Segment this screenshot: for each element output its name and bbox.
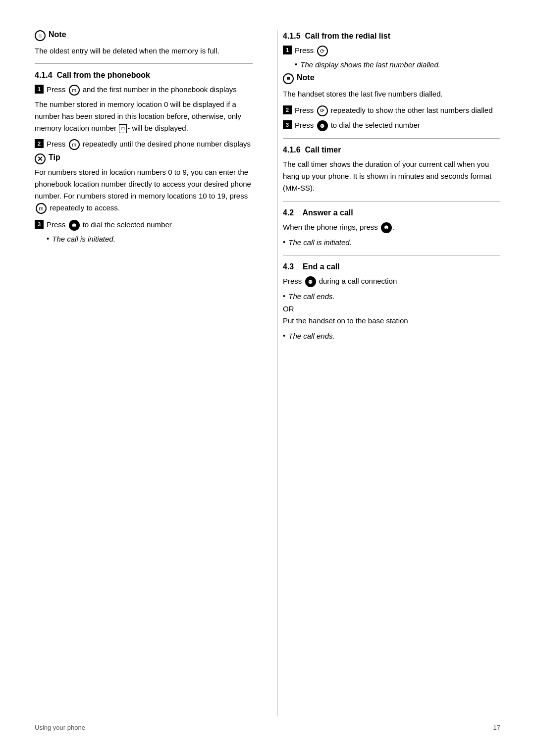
- bullet-414-1-text: The call is initiated.: [52, 234, 115, 245]
- step-414-2-text: Press m repeatedly until the desired pho…: [47, 138, 251, 150]
- body-42: When the phone rings, press ☻.: [283, 221, 500, 233]
- step-414-3-text: Press ☻ to dial the selected number: [47, 219, 172, 231]
- bullet-43-1-text: The call ends.: [288, 291, 334, 302]
- bullet-42-1-text: The call is initiated.: [288, 237, 352, 249]
- step-415-1-text: Press ⟳: [295, 45, 329, 56]
- or-text: OR: [283, 304, 500, 313]
- bullet-dot-42: •: [283, 238, 285, 246]
- section-42-num: 4.2: [283, 208, 294, 217]
- section-414-title: Call from the phonebook: [56, 71, 150, 79]
- bullet-43-2: • The call ends.: [283, 331, 500, 342]
- tip-label: Tip: [49, 153, 60, 162]
- step-num-2: 2: [35, 139, 44, 148]
- footer-left: Using your phone: [35, 724, 85, 731]
- divider-416: [283, 138, 500, 139]
- call-icon-1: ☻: [69, 220, 80, 231]
- step-415-num-3: 3: [283, 120, 292, 129]
- step-414-1-text: Press m and the first number in the phon…: [47, 84, 237, 96]
- section-414-num: 4.1.4: [35, 71, 53, 79]
- section-416-num: 4.1.6: [283, 146, 301, 154]
- note-icon-415: ≡: [283, 73, 294, 84]
- section-415-title: Call from the redial list: [305, 32, 390, 40]
- page: ≡ Note The oldest entry will be deleted …: [0, 0, 535, 756]
- body-43-2: Put the handset on to the base station: [283, 315, 500, 327]
- section-414-heading: 4.1.4 Call from the phonebook: [35, 71, 253, 80]
- note-icon: ≡: [35, 30, 46, 41]
- step-415-2: 2 Press ⟳ repeatedly to show the other l…: [283, 104, 500, 116]
- note-label: Note: [49, 30, 66, 40]
- divider-42: [283, 201, 500, 202]
- step-415-2-text: Press ⟳ repeatedly to show the other las…: [295, 104, 493, 116]
- left-column: ≡ Note The oldest entry will be deleted …: [35, 30, 258, 716]
- section-416-heading: 4.1.6 Call timer: [283, 146, 500, 154]
- section-42-title: Answer a call: [302, 208, 353, 217]
- step-num-1: 1: [35, 85, 44, 94]
- step-415-3: 3 Press ☻ to dial the selected number: [283, 119, 500, 131]
- call-icon-42: ☻: [381, 222, 392, 233]
- step-414-2: 2 Press m repeatedly until the desired p…: [35, 138, 253, 150]
- tip-icon: ✕: [35, 153, 46, 164]
- bullet-dot-43-2: •: [283, 331, 285, 340]
- bullet-dot-43-1: •: [283, 292, 285, 300]
- memory-icon: □: [119, 124, 127, 133]
- section-42-heading: 4.2 Answer a call: [283, 208, 500, 217]
- bullet-42-1: • The call is initiated.: [283, 237, 500, 249]
- tip-box: ✕ Tip: [35, 153, 253, 164]
- tip-text: For numbers stored in location numbers 0…: [35, 166, 253, 214]
- note-text: The oldest entry will be deleted when th…: [35, 45, 253, 56]
- section-43-heading: 4.3 End a call: [283, 262, 500, 271]
- redial-icon-2: ⟳: [317, 105, 328, 116]
- menu-icon-1: m: [69, 85, 80, 96]
- note-label-415: Note: [297, 73, 315, 83]
- section-43-title: End a call: [303, 262, 340, 271]
- footer-right: 17: [493, 724, 500, 731]
- section-415-heading: 4.1.5 Call from the redial list: [283, 32, 500, 41]
- menu-icon-tip: m: [36, 203, 47, 214]
- step-415-1: 1 Press ⟳: [283, 45, 500, 56]
- note-box-415: ≡ Note: [283, 73, 500, 84]
- bullet-414-1: • The call is initiated.: [47, 234, 253, 245]
- footer: Using your phone 17: [35, 724, 500, 731]
- menu-icon-2: m: [69, 139, 80, 150]
- bullet-dot-415-1: •: [295, 60, 297, 68]
- body-416: The call timer shows the duration of you…: [283, 158, 500, 194]
- bullet-dot-1: •: [47, 234, 49, 243]
- divider-1: [35, 63, 253, 64]
- note-box-top: ≡ Note: [35, 30, 253, 41]
- section-43-num: 4.3: [283, 262, 294, 271]
- divider-43: [283, 255, 500, 255]
- bullet-415-1: • The display shows the last number dial…: [295, 59, 500, 71]
- bullet-415-1-text: The display shows the last number dialle…: [300, 59, 440, 71]
- call-icon-43: ☻: [305, 276, 316, 287]
- step-415-num-1: 1: [283, 46, 292, 54]
- body-414-1: The number stored in memory location 0 w…: [35, 99, 253, 134]
- right-column: 4.1.5 Call from the redial list 1 Press …: [277, 30, 500, 716]
- body-43-1: Press ☻ during a call connection: [283, 275, 500, 287]
- section-415-num: 4.1.5: [283, 32, 301, 40]
- note-text-415: The handset stores the last five numbers…: [283, 88, 500, 100]
- step-415-num-2: 2: [283, 105, 292, 114]
- redial-icon-1: ⟳: [317, 46, 328, 56]
- step-num-3: 3: [35, 220, 44, 229]
- step-414-1: 1 Press m and the first number in the ph…: [35, 84, 253, 96]
- bullet-43-1: • The call ends.: [283, 291, 500, 302]
- call-icon-415: ☻: [317, 120, 328, 131]
- bullet-43-2-text: The call ends.: [288, 331, 334, 342]
- step-414-3: 3 Press ☻ to dial the selected number: [35, 219, 253, 231]
- section-416-title: Call timer: [305, 146, 341, 154]
- step-415-3-text: Press ☻ to dial the selected number: [295, 119, 420, 131]
